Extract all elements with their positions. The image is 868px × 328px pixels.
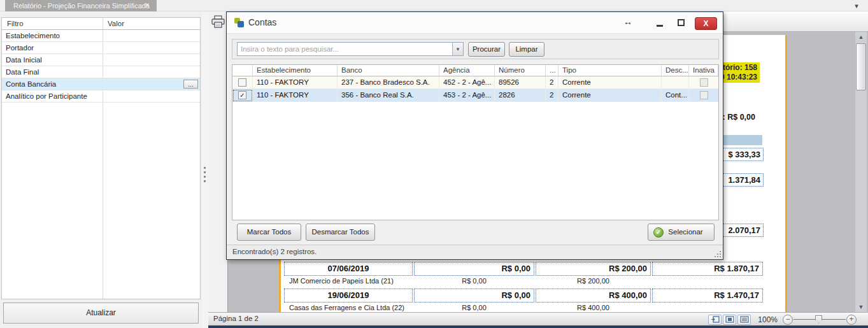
col-numero[interactable]: Número: [495, 65, 546, 76]
filter-table: Filtro Valor Estabelecimento Portador Da…: [1, 17, 201, 299]
panel-splitter[interactable]: [202, 11, 208, 328]
conta-bancaria-ellipsis-button[interactable]: ...: [183, 80, 198, 89]
report-value-cell: R$ 0,00: [414, 262, 534, 276]
fit-width-view-icon[interactable]: [708, 315, 722, 325]
maximize-icon[interactable]: [678, 19, 685, 26]
scroll-down-icon[interactable]: ▼: [855, 302, 867, 312]
report-sub-value: R$ 400,00: [536, 303, 651, 312]
update-button[interactable]: Atualizar: [3, 303, 199, 324]
report-value-cell: R$ 1.870,17: [652, 262, 763, 276]
report-sub-value: R$ 0,00: [414, 303, 534, 312]
inativa-checkbox-unchecked[interactable]: [700, 91, 708, 99]
viewer-bottom-edge: [208, 325, 868, 328]
search-combo: ▾: [237, 42, 464, 56]
filter-row-portador[interactable]: Portador: [2, 42, 200, 54]
continuous-view-icon[interactable]: [737, 315, 751, 325]
col-agencia[interactable]: Agência: [439, 65, 495, 76]
scrollbar-thumb[interactable]: [856, 43, 866, 90]
search-panel: ▾ Procurar Limpar: [232, 39, 719, 59]
filter-row-conta-bancaria[interactable]: Conta Bancária ...: [2, 78, 200, 90]
resize-grip[interactable]: [715, 251, 721, 257]
header-valor: Valor: [108, 20, 124, 27]
row-checkbox-checked[interactable]: ✓: [238, 91, 246, 99]
filter-row-data-inicial[interactable]: Data Inicial: [2, 54, 200, 66]
inativa-checkbox-unchecked[interactable]: [700, 78, 708, 87]
header-filtro: Filtro: [7, 20, 24, 27]
grid-row-1[interactable]: 110 - FAKTORY 237 - Banco Bradesco S.A. …: [232, 76, 718, 89]
grid-header-row: Estabelecimento Banco Agência Número ...…: [232, 65, 718, 76]
select-button[interactable]: ✓ Selecionar: [648, 224, 715, 241]
accounts-grid: Estabelecimento Banco Agência Número ...…: [232, 64, 719, 220]
col-descricao[interactable]: Desc...: [662, 65, 689, 76]
records-found-text: Encontrado(s) 2 registros.: [232, 248, 317, 255]
combo-dropdown-icon[interactable]: ▾: [452, 43, 463, 55]
col-check[interactable]: [232, 65, 253, 76]
tab-strip: Relatório - Projeção Financeira Simplifi…: [0, 0, 868, 11]
tab-report[interactable]: Relatório - Projeção Financeira Simplifi…: [5, 0, 157, 11]
row-checkbox-unchecked[interactable]: [238, 78, 246, 87]
tab-list-dropdown-icon[interactable]: ▾: [851, 1, 862, 11]
grid-row-2-selected[interactable]: ✓ 110 - FAKTORY 356 - Banco Real S.A. 45…: [232, 89, 718, 102]
zoom-slider-thumb[interactable]: [815, 315, 822, 324]
dialog-status-bar: Encontrado(s) 2 registros.: [227, 245, 723, 259]
report-date-cell: 07/06/2019: [284, 262, 413, 276]
check-all-button[interactable]: Marcar Todos: [237, 224, 301, 241]
tab-close-icon[interactable]: ×: [143, 0, 152, 11]
minimize-icon[interactable]: [657, 25, 663, 27]
whole-page-view-icon[interactable]: [723, 315, 736, 325]
viewer-status-bar: Página 1 de 2 100% − +: [208, 312, 868, 325]
filter-row-estabelecimento[interactable]: Estabelecimento: [2, 30, 200, 42]
col-inativa[interactable]: Inativa: [689, 65, 718, 76]
report-date-cell: 19/06/2019: [284, 289, 413, 303]
dialog-title: Contas: [248, 17, 276, 27]
report-value-cell: R$ 0,00: [414, 289, 534, 303]
report-sub-value: R$ 0,00: [414, 276, 534, 286]
dialog-title-bar[interactable]: Contas ↔ X: [227, 12, 723, 34]
resize-arrows-icon[interactable]: ↔: [623, 17, 632, 27]
contas-dialog: Contas ↔ X ▾ Procurar Limpar Estabelecim…: [226, 11, 723, 260]
filter-row-data-final[interactable]: Data Final: [2, 66, 200, 78]
print-icon[interactable]: [211, 15, 225, 29]
zoom-slider[interactable]: [793, 319, 846, 320]
search-button[interactable]: Procurar: [468, 42, 505, 57]
report-value-cell: R$ 1.470,17: [652, 289, 763, 303]
report-value-cell: R$ 200,00: [536, 262, 651, 276]
tab-title: Relatório - Projeção Financeira Simplifi…: [13, 2, 150, 10]
contas-window-icon: [234, 18, 245, 28]
zoom-out-icon[interactable]: −: [783, 315, 793, 325]
zoom-in-icon[interactable]: +: [846, 315, 857, 325]
filter-table-header: Filtro Valor: [2, 18, 200, 30]
filter-panel: Filtro Valor Estabelecimento Portador Da…: [0, 11, 202, 328]
page-indicator: Página 1 de 2: [213, 315, 259, 322]
zoom-controls: 100% − +: [708, 314, 857, 325]
scroll-up-icon[interactable]: ▲: [855, 32, 867, 42]
search-input[interactable]: [238, 43, 452, 55]
zoom-level: 100%: [758, 315, 778, 324]
vertical-scrollbar[interactable]: ▲ ▼: [855, 32, 867, 312]
clear-button[interactable]: Limpar: [509, 42, 544, 57]
col-tipo[interactable]: Tipo: [559, 65, 662, 76]
col-estabelecimento[interactable]: Estabelecimento: [253, 65, 338, 76]
col-digito[interactable]: ...: [546, 65, 559, 76]
close-button[interactable]: X: [695, 17, 717, 30]
uncheck-all-button[interactable]: Desmarcar Todos: [306, 224, 375, 241]
select-button-label: Selecionar: [668, 228, 702, 236]
filter-row-analitico[interactable]: Analítico por Participante: [2, 90, 200, 103]
col-banco[interactable]: Banco: [338, 65, 439, 76]
viewer-side-toolbar: [208, 11, 228, 312]
report-sub-value: R$ 200,00: [536, 276, 651, 286]
report-value-cell: R$ 400,00: [536, 289, 651, 303]
green-check-icon: ✓: [653, 227, 664, 238]
